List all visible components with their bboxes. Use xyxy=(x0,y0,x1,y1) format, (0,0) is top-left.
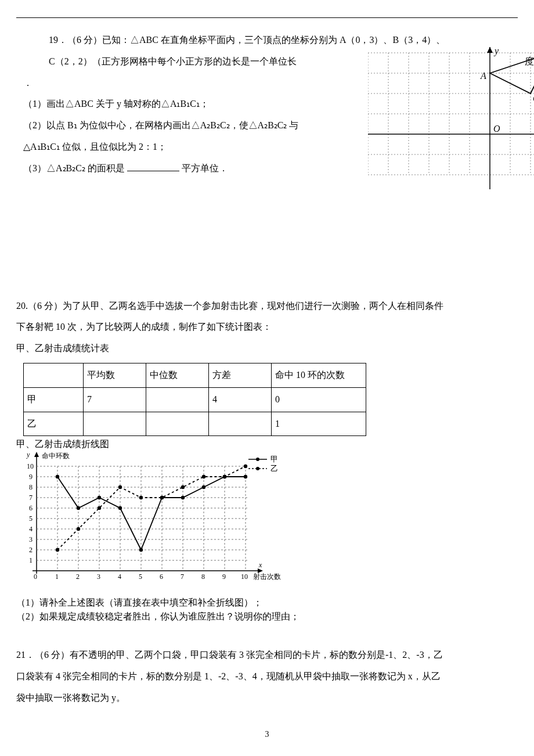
stats-table: 平均数 中位数 方差 命中 10 环的次数 甲 7 4 0 乙 xyxy=(23,363,366,436)
chart-legend: 甲 乙 xyxy=(248,455,278,473)
table-row: 甲 7 4 0 xyxy=(24,387,366,412)
q20-line1: 20.（6 分）为了从甲、乙两名选手中选拔一个参加射击比赛，现对他们进行一次测验… xyxy=(16,296,518,317)
chart-ylabel: 命中环数 xyxy=(42,452,70,460)
th-hit10: 命中 10 环的次数 xyxy=(272,363,366,387)
svg-text:x: x xyxy=(258,561,262,569)
line-chart: 123 456 789 10 0 123 456 789 10 y 命中环数 x… xyxy=(16,449,518,596)
th-variance: 方差 xyxy=(209,363,272,387)
chart-grid xyxy=(37,466,248,571)
svg-point-65 xyxy=(98,495,101,499)
svg-point-74 xyxy=(77,527,80,530)
table-row: 平均数 中位数 方差 命中 10 环的次数 xyxy=(24,363,366,387)
svg-text:6: 6 xyxy=(29,504,33,512)
q20-line2: 下各射靶 10 次，为了比较两人的成绩，制作了如下统计图表： xyxy=(16,316,518,338)
legend-jia: 甲 xyxy=(270,455,278,463)
svg-text:2: 2 xyxy=(29,546,33,554)
q19-p3b: 平方单位． xyxy=(182,163,228,173)
label-A: A xyxy=(480,71,486,81)
arrow-y-icon xyxy=(487,47,493,53)
q19-coord-grid-figure: y x O A B C xyxy=(368,47,534,198)
svg-text:5: 5 xyxy=(29,514,33,523)
th-blank xyxy=(24,363,84,387)
th-median: 中位数 xyxy=(146,363,209,387)
row-yi-label: 乙 xyxy=(24,412,84,436)
svg-point-67 xyxy=(139,548,143,551)
row-jia-var: 4 xyxy=(209,387,272,412)
svg-text:9: 9 xyxy=(222,573,226,581)
label-y: y xyxy=(493,47,499,56)
q20-p2: （2）如果规定成绩较稳定者胜出，你认为谁应胜出？说明你的理由； xyxy=(16,610,518,624)
row-yi-hit10: 1 xyxy=(272,412,366,436)
th-mean: 平均数 xyxy=(84,363,146,387)
x-tick-labels: 0 123 456 789 10 xyxy=(34,573,248,581)
svg-point-73 xyxy=(56,548,59,551)
question-21: 21．（6 分）有不透明的甲、乙两个口袋，甲口袋装有 3 张完全相同的卡片，标的… xyxy=(16,645,518,708)
svg-text:6: 6 xyxy=(160,573,163,581)
table-row: 乙 1 xyxy=(24,412,366,436)
stats-table-wrap: 平均数 中位数 方差 命中 10 环的次数 甲 7 4 0 乙 xyxy=(16,363,518,436)
svg-point-62 xyxy=(256,467,259,470)
svg-point-82 xyxy=(244,464,247,467)
row-yi-var[interactable] xyxy=(209,412,272,436)
q20-p1: （1）请补全上述图表（请直接在表中填空和补全折线图）； xyxy=(16,596,518,610)
svg-text:7: 7 xyxy=(181,573,184,581)
svg-text:4: 4 xyxy=(118,573,121,581)
svg-text:3: 3 xyxy=(29,535,33,543)
svg-text:2: 2 xyxy=(76,573,80,581)
row-yi-mean[interactable] xyxy=(84,412,146,436)
svg-point-72 xyxy=(244,474,247,478)
svg-text:5: 5 xyxy=(139,573,142,581)
svg-point-66 xyxy=(118,506,122,509)
svg-point-80 xyxy=(202,474,205,478)
svg-text:1: 1 xyxy=(29,556,33,564)
row-jia-label: 甲 xyxy=(24,387,84,412)
question-20: 20.（6 分）为了从甲、乙两名选手中选拔一个参加射击比赛，现对他们进行一次测验… xyxy=(16,296,518,624)
label-origin: O xyxy=(493,124,500,134)
svg-text:8: 8 xyxy=(201,573,205,581)
svg-point-76 xyxy=(118,485,122,488)
q21-line2: 口袋装有 4 张完全相同的卡片，标的数分别是 1、-2、-3、4，现随机从甲袋中… xyxy=(16,666,518,687)
page-number: 3 xyxy=(16,725,518,744)
arrow-y-icon xyxy=(34,452,39,457)
chart-xlabel: 射击次数 xyxy=(253,573,281,581)
svg-point-75 xyxy=(98,506,101,509)
svg-text:0: 0 xyxy=(34,573,37,581)
blank-fill-line[interactable] xyxy=(127,161,179,171)
svg-point-79 xyxy=(181,485,185,488)
svg-point-70 xyxy=(202,485,205,488)
question-19: 19．（6 分）已知：△ABC 在直角坐标平面内，三个顶点的坐标分别为 A（0，… xyxy=(49,30,518,73)
svg-text:8: 8 xyxy=(29,483,33,491)
svg-text:1: 1 xyxy=(55,573,59,581)
top-rule xyxy=(16,17,518,18)
q21-line3: 袋中抽取一张将数记为 y。 xyxy=(16,687,518,709)
svg-text:10: 10 xyxy=(241,573,248,581)
row-jia-median[interactable] xyxy=(146,387,209,412)
svg-point-63 xyxy=(56,474,59,478)
q20-table-title: 甲、乙射击成绩统计表 xyxy=(16,338,518,359)
row-jia-hit10: 0 xyxy=(272,387,366,412)
q21-line1: 21．（6 分）有不透明的甲、乙两个口袋，甲口袋装有 3 张完全相同的卡片，标的… xyxy=(16,645,518,666)
svg-text:9: 9 xyxy=(29,473,33,481)
svg-text:4: 4 xyxy=(29,525,33,533)
svg-point-77 xyxy=(139,495,143,499)
row-yi-median[interactable] xyxy=(146,412,209,436)
q19-line2a: C（2，2）（正方形网格中每个小正方形的边长是一个单位长 xyxy=(49,56,297,66)
legend-yi: 乙 xyxy=(270,464,278,473)
svg-point-78 xyxy=(160,495,164,499)
row-jia-mean: 7 xyxy=(84,387,146,412)
svg-text:7: 7 xyxy=(29,494,33,502)
svg-point-81 xyxy=(223,474,226,478)
q19-p3a: （3）△A₂B₂C₂ 的面积是 xyxy=(23,163,125,173)
svg-text:10: 10 xyxy=(27,462,34,470)
y-tick-labels: 123 456 789 10 xyxy=(27,462,34,564)
svg-point-60 xyxy=(256,458,259,461)
svg-text:y: y xyxy=(26,451,30,459)
svg-point-64 xyxy=(77,506,80,509)
svg-text:3: 3 xyxy=(97,573,100,581)
svg-point-69 xyxy=(181,495,185,499)
